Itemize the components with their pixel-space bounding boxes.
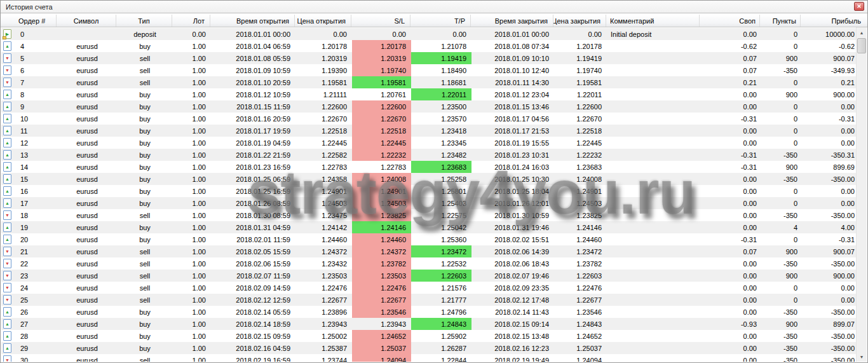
cell-profit: -350.00 — [801, 173, 856, 185]
cell-close-time: 2018.01.09 10:10 — [471, 52, 554, 64]
cell-lot: 1.00 — [173, 233, 211, 245]
table-row[interactable]: ▲ 26 eurusd buy 1.00 2018.02.14 05:59 1.… — [1, 306, 856, 318]
cell-symbol — [57, 28, 117, 40]
table-row[interactable]: ▲ 10 eurusd buy 1.00 2018.01.16 20:59 1.… — [1, 113, 856, 125]
cell-open-time: 2018.02.16 04:59 — [211, 342, 295, 354]
table-row[interactable]: ▲ 29 eurusd buy 1.00 2018.02.16 04:59 1.… — [1, 342, 856, 354]
cell-open-time: 2018.01.12 10:59 — [211, 88, 295, 100]
table-row[interactable]: ▲ 12 eurusd buy 1.00 2018.01.19 04:59 1.… — [1, 137, 856, 149]
table-row[interactable]: ▲ 11 eurusd buy 1.00 2018.01.17 19:59 1.… — [1, 125, 856, 137]
cell-open-price: 1.22783 — [295, 161, 352, 173]
cell-open-price: 1.24503 — [295, 197, 352, 209]
cell-order: ▲ 16 — [1, 185, 57, 197]
column-header-symbol[interactable]: Символ — [57, 15, 116, 27]
cell-lot: 1.00 — [173, 137, 211, 149]
buy-order-icon: ▲ — [3, 198, 11, 208]
column-header-sl[interactable]: S/L — [351, 15, 410, 27]
table-row[interactable]: ▼ 30 eurusd sell 1.00 2018.02.19 16:59 1… — [1, 354, 856, 362]
table-row[interactable]: ▼ 21 eurusd sell 1.00 2018.02.05 15:59 1… — [1, 245, 856, 257]
cell-tp: 1.23500 — [411, 100, 471, 113]
column-header-open_price[interactable]: Цена открытия — [295, 15, 351, 27]
cell-lot: 1.00 — [173, 88, 211, 100]
cell-lot: 1.00 — [173, 270, 211, 282]
table-row[interactable]: ▲ 15 eurusd buy 1.00 2018.01.25 06:59 1.… — [1, 173, 856, 185]
table-row[interactable]: ▼ 5 eurusd sell 1.00 2018.01.08 05:59 1.… — [1, 52, 856, 64]
cell-order: ▲ 29 — [1, 342, 57, 354]
column-header-open_time[interactable]: Время открытия — [210, 15, 295, 27]
scroll-down-button[interactable]: ▼ — [857, 352, 867, 362]
cell-swap: -0.31 — [700, 233, 761, 245]
table-row[interactable]: ▲ 20 eurusd buy 1.00 2018.02.01 11:59 1.… — [1, 233, 856, 245]
cell-sl: 1.22783 — [352, 161, 411, 173]
cell-close-time: 2018.01.11 14:30 — [471, 76, 554, 88]
cell-symbol: eurusd — [57, 318, 117, 330]
table-row[interactable]: ▶ 0 deposit 0.00 2018.01.01 00:00 0.00 0… — [1, 28, 856, 40]
cell-type: buy — [117, 330, 173, 342]
table-row[interactable]: ▼ 18 eurusd sell 1.00 2018.01.30 08:59 1… — [1, 209, 856, 221]
vertical-scrollbar[interactable]: ▲ ▼ — [856, 27, 867, 362]
column-header-type[interactable]: Тип — [116, 15, 172, 27]
cell-sl: 1.24460 — [352, 233, 411, 245]
table-row[interactable]: ▲ 9 eurusd buy 1.00 2018.01.15 11:59 1.2… — [1, 100, 856, 113]
cell-open-price: 1.23503 — [295, 270, 352, 282]
cell-close-time: 2018.02.06 18:43 — [471, 257, 554, 270]
table-row[interactable]: ▲ 19 eurusd buy 1.00 2018.01.31 04:59 1.… — [1, 221, 856, 233]
table-row[interactable]: ▲ 17 eurusd buy 1.00 2018.01.26 08:59 1.… — [1, 197, 856, 209]
table-row[interactable]: ▲ 8 eurusd buy 1.00 2018.01.12 10:59 1.2… — [1, 88, 856, 100]
buy-order-icon: ▲ — [3, 102, 11, 111]
table-row[interactable]: ▼ 7 eurusd sell 1.00 2018.01.10 20:59 1.… — [1, 76, 856, 88]
cell-comment — [607, 76, 700, 88]
cell-open-time: 2018.02.05 15:59 — [211, 245, 295, 257]
cell-close-price: 1.22445 — [554, 137, 607, 149]
table-row[interactable]: ▲ 4 eurusd buy 1.00 2018.01.04 06:59 1.2… — [1, 40, 856, 52]
table-row[interactable]: ▼ 6 eurusd sell 1.00 2018.01.09 10:59 1.… — [1, 64, 856, 76]
table-row[interactable]: ▲ 14 eurusd buy 1.00 2018.01.23 16:59 1.… — [1, 161, 856, 173]
cell-lot: 0.00 — [173, 28, 211, 40]
cell-swap: 0.00 — [700, 28, 761, 40]
cell-tp: 1.23418 — [411, 125, 471, 137]
cell-points: -350 — [761, 149, 801, 161]
table-row[interactable]: ▲ 27 eurusd buy 1.00 2018.02.14 18:59 1.… — [1, 318, 856, 330]
cell-symbol: eurusd — [57, 330, 117, 342]
column-header-order[interactable]: Ордер # — [1, 15, 57, 27]
cell-comment — [607, 100, 700, 113]
scrollbar-thumb[interactable] — [857, 38, 866, 53]
close-button[interactable]: ✕ — [854, 2, 864, 11]
table-row[interactable]: ▲ 13 eurusd buy 1.00 2018.01.22 21:59 1.… — [1, 149, 856, 161]
cell-points: 4 — [761, 221, 801, 233]
cell-open-time: 2018.01.17 19:59 — [211, 125, 295, 137]
cell-close-price: 1.24008 — [554, 173, 607, 185]
table-row[interactable]: ▼ 25 eurusd sell 1.00 2018.02.12 12:59 1… — [1, 294, 856, 306]
column-header-profit[interactable]: Прибыль — [801, 15, 867, 27]
column-header-close_time[interactable]: Время закрытия — [471, 15, 553, 27]
table-row[interactable]: ▲ 28 eurusd buy 1.00 2018.02.15 09:59 1.… — [1, 330, 856, 342]
column-header-comment[interactable]: Комментарий — [606, 15, 700, 27]
cell-sl: 1.24372 — [352, 245, 411, 257]
column-header-close_price[interactable]: Цена закрытия — [553, 15, 606, 27]
cell-profit: 10000.00 — [801, 28, 856, 40]
cell-order: ▲ 28 — [1, 330, 57, 342]
column-header-points[interactable]: Пункты — [760, 15, 801, 27]
column-header-lot[interactable]: Лот — [172, 15, 210, 27]
table-row[interactable]: ▼ 23 eurusd sell 1.00 2018.02.07 11:59 1… — [1, 270, 856, 282]
cell-order: ▲ 13 — [1, 149, 57, 161]
cell-points: 0 — [761, 294, 801, 306]
cell-lot: 1.00 — [173, 318, 211, 330]
cell-close-time: 2018.02.19 19:49 — [471, 354, 554, 362]
column-header-tp[interactable]: T/P — [410, 15, 471, 27]
cell-type: buy — [117, 173, 173, 185]
cell-points: 900 — [761, 270, 801, 282]
table-row[interactable]: ▲ 16 eurusd buy 1.00 2018.01.25 16:59 1.… — [1, 185, 856, 197]
cell-tp: 0.00 — [411, 28, 471, 40]
cell-type: deposit — [117, 28, 173, 40]
column-header-swap[interactable]: Своп — [700, 15, 760, 27]
cell-tp: 1.23472 — [411, 245, 471, 257]
cell-close-time: 2018.02.14 11:43 — [471, 306, 554, 318]
table-row[interactable]: ▼ 24 eurusd sell 1.00 2018.02.09 14:59 1… — [1, 282, 856, 294]
cell-swap: -0.62 — [700, 40, 761, 52]
cell-tp: 1.21576 — [411, 282, 471, 294]
scroll-down-icon: ▼ — [860, 355, 864, 359]
scroll-up-button[interactable]: ▲ — [857, 27, 867, 38]
table-row[interactable]: ▼ 22 eurusd sell 1.00 2018.02.06 15:59 1… — [1, 257, 856, 270]
cell-open-price: 1.22582 — [295, 149, 352, 161]
